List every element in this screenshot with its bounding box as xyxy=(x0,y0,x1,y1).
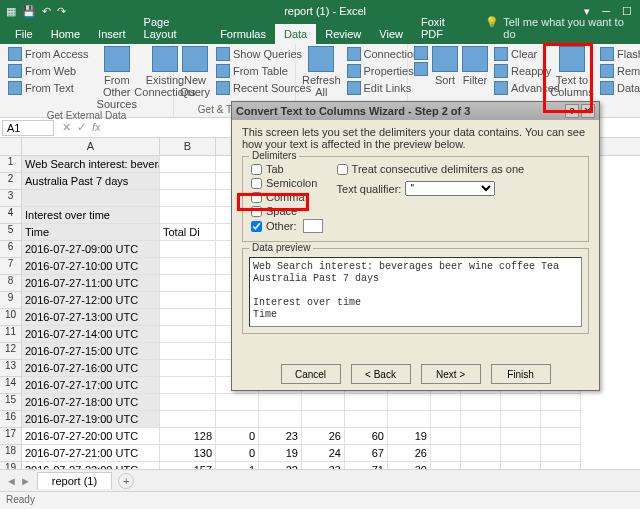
row-header[interactable]: 16 xyxy=(0,411,22,428)
cell[interactable] xyxy=(461,394,501,411)
cell[interactable]: 2016-07-27-13:00 UTC xyxy=(22,309,160,326)
row-header[interactable]: 13 xyxy=(0,360,22,377)
cell[interactable] xyxy=(541,394,581,411)
prev-sheet-icon[interactable]: ◄ ► xyxy=(6,475,31,487)
cell[interactable]: 0 xyxy=(216,445,259,462)
semicolon-checkbox[interactable]: Semicolon xyxy=(251,177,323,189)
from-web-button[interactable]: From Web xyxy=(6,63,91,79)
row-header[interactable]: 9 xyxy=(0,292,22,309)
dialog-titlebar[interactable]: Convert Text to Columns Wizard - Step 2 … xyxy=(232,102,599,120)
sort-az-button[interactable] xyxy=(414,46,428,96)
cell[interactable] xyxy=(345,411,388,428)
data-valid-button[interactable]: Data Valid xyxy=(598,80,636,96)
cell[interactable] xyxy=(259,394,302,411)
name-box[interactable]: A1 xyxy=(2,120,54,136)
cell[interactable] xyxy=(160,156,216,173)
tab-insert[interactable]: Insert xyxy=(89,24,135,44)
tell-me[interactable]: 💡Tell me what you want to do xyxy=(476,12,640,44)
cell[interactable] xyxy=(541,411,581,428)
cell[interactable]: Total Di xyxy=(160,224,216,241)
cell[interactable] xyxy=(160,343,216,360)
cell[interactable]: 128 xyxy=(160,428,216,445)
filter-button[interactable]: Filter xyxy=(462,46,488,96)
cell[interactable] xyxy=(541,445,581,462)
tab-data[interactable]: Data xyxy=(275,24,316,44)
row-header[interactable]: 18 xyxy=(0,445,22,462)
cell[interactable] xyxy=(501,394,541,411)
cell[interactable] xyxy=(216,411,259,428)
flash-fill-button[interactable]: Flash Fill xyxy=(598,46,636,62)
col-header[interactable]: B xyxy=(160,138,216,155)
cell[interactable] xyxy=(302,394,345,411)
from-access-button[interactable]: From Access xyxy=(6,46,91,62)
cell[interactable] xyxy=(160,173,216,190)
cell[interactable] xyxy=(216,394,259,411)
sort-button[interactable]: Sort xyxy=(432,46,458,96)
cell[interactable]: 2016-07-27-10:00 UTC xyxy=(22,258,160,275)
row-header[interactable]: 17 xyxy=(0,428,22,445)
cell[interactable]: 23 xyxy=(259,428,302,445)
cell[interactable] xyxy=(501,428,541,445)
cell[interactable]: 26 xyxy=(388,445,431,462)
cell[interactable]: 2016-07-27-09:00 UTC xyxy=(22,241,160,258)
cell[interactable] xyxy=(160,394,216,411)
cell[interactable] xyxy=(541,428,581,445)
cell[interactable]: 0 xyxy=(216,428,259,445)
tab-page-layout[interactable]: Page Layout xyxy=(135,12,212,44)
cell[interactable] xyxy=(160,258,216,275)
cell[interactable] xyxy=(431,445,461,462)
cell[interactable] xyxy=(160,309,216,326)
row-header[interactable]: 8 xyxy=(0,275,22,292)
cancel-formula-icon[interactable]: ✕ xyxy=(62,121,71,134)
cell[interactable] xyxy=(160,207,216,224)
row-header[interactable]: 6 xyxy=(0,241,22,258)
undo-icon[interactable]: ↶ xyxy=(42,5,51,18)
from-text-button[interactable]: From Text xyxy=(6,80,91,96)
cell[interactable]: Australia Past 7 days xyxy=(22,173,160,190)
enter-formula-icon[interactable]: ✓ xyxy=(77,121,86,134)
tab-file[interactable]: File xyxy=(6,24,42,44)
cell[interactable] xyxy=(160,190,216,207)
fx-icon[interactable]: fx xyxy=(92,121,101,134)
cell[interactable]: 2016-07-27-21:00 UTC xyxy=(22,445,160,462)
comma-checkbox[interactable]: Comma xyxy=(251,191,323,203)
cell[interactable]: 2016-07-27-20:00 UTC xyxy=(22,428,160,445)
tab-foxit[interactable]: Foxit PDF xyxy=(412,12,476,44)
cell[interactable]: 2016-07-27-18:00 UTC xyxy=(22,394,160,411)
new-query-button[interactable]: New Query xyxy=(180,46,210,98)
col-header[interactable]: A xyxy=(22,138,160,155)
row-header[interactable]: 3 xyxy=(0,190,22,207)
row-header[interactable]: 7 xyxy=(0,258,22,275)
other-checkbox[interactable]: Other: xyxy=(251,219,323,233)
from-other-button[interactable]: From Other Sources xyxy=(97,46,137,110)
select-all[interactable] xyxy=(0,138,22,155)
add-sheet-button[interactable]: + xyxy=(118,473,134,489)
space-checkbox[interactable]: Space xyxy=(251,205,323,217)
text-qualifier-select[interactable]: " xyxy=(405,181,495,196)
other-input[interactable] xyxy=(303,219,323,233)
row-header[interactable]: 10 xyxy=(0,309,22,326)
cell[interactable] xyxy=(431,394,461,411)
row-header[interactable]: 4 xyxy=(0,207,22,224)
help-icon[interactable]: ? xyxy=(565,104,579,118)
cell[interactable] xyxy=(501,445,541,462)
row-header[interactable]: 14 xyxy=(0,377,22,394)
back-button[interactable]: < Back xyxy=(351,364,411,384)
cell[interactable]: Interest over time xyxy=(22,207,160,224)
refresh-button[interactable]: Refresh All xyxy=(302,46,341,98)
cell[interactable] xyxy=(302,411,345,428)
cell[interactable] xyxy=(461,445,501,462)
redo-icon[interactable]: ↷ xyxy=(57,5,66,18)
cell[interactable]: 2016-07-27-17:00 UTC xyxy=(22,377,160,394)
cell[interactable]: 24 xyxy=(302,445,345,462)
cell[interactable] xyxy=(345,394,388,411)
row-header[interactable]: 2 xyxy=(0,173,22,190)
cell[interactable] xyxy=(160,411,216,428)
cell[interactable] xyxy=(160,275,216,292)
cell[interactable]: 130 xyxy=(160,445,216,462)
cell[interactable]: 26 xyxy=(302,428,345,445)
cell[interactable] xyxy=(431,428,461,445)
next-button[interactable]: Next > xyxy=(421,364,481,384)
cell[interactable]: 2016-07-27-19:00 UTC xyxy=(22,411,160,428)
cell[interactable]: 19 xyxy=(259,445,302,462)
